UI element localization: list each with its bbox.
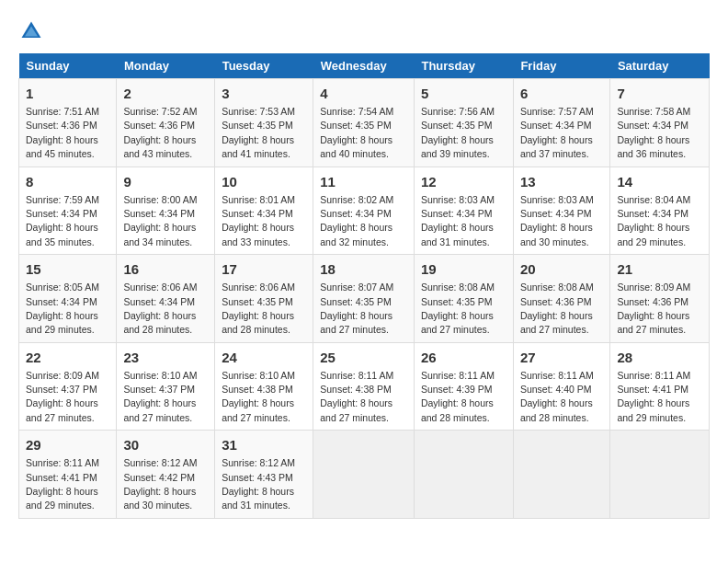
calendar-cell: 28Sunrise: 8:11 AMSunset: 4:41 PMDayligh… xyxy=(610,342,710,431)
cell-info: Sunrise: 7:56 AMSunset: 4:35 PMDaylight:… xyxy=(421,106,495,159)
cell-info: Sunrise: 8:05 AMSunset: 4:34 PMDaylight:… xyxy=(26,282,99,335)
day-number: 3 xyxy=(222,84,306,103)
day-number: 28 xyxy=(617,348,702,367)
day-number: 9 xyxy=(123,172,208,191)
calendar-cell: 29Sunrise: 8:11 AMSunset: 4:41 PMDayligh… xyxy=(19,431,117,519)
calendar-cell: 6Sunrise: 7:57 AMSunset: 4:34 PMDaylight… xyxy=(513,79,610,167)
day-number: 27 xyxy=(520,348,604,367)
week-row-3: 15Sunrise: 8:05 AMSunset: 4:34 PMDayligh… xyxy=(19,255,710,343)
day-number: 17 xyxy=(222,259,306,279)
cell-info: Sunrise: 8:11 AMSunset: 4:41 PMDaylight:… xyxy=(617,370,690,423)
cell-info: Sunrise: 7:51 AMSunset: 4:36 PMDaylight:… xyxy=(26,106,99,159)
cell-info: Sunrise: 8:08 AMSunset: 4:35 PMDaylight:… xyxy=(421,282,495,335)
day-number: 31 xyxy=(222,435,306,454)
day-number: 15 xyxy=(26,259,109,279)
cell-info: Sunrise: 8:12 AMSunset: 4:43 PMDaylight:… xyxy=(222,457,295,511)
calendar-cell: 26Sunrise: 8:11 AMSunset: 4:39 PMDayligh… xyxy=(414,342,513,431)
cell-info: Sunrise: 8:03 AMSunset: 4:34 PMDaylight:… xyxy=(421,194,495,247)
calendar-cell: 10Sunrise: 8:01 AMSunset: 4:34 PMDayligh… xyxy=(215,167,313,255)
cell-info: Sunrise: 8:11 AMSunset: 4:38 PMDaylight:… xyxy=(320,370,393,423)
day-number: 19 xyxy=(421,259,506,279)
day-number: 16 xyxy=(123,259,208,279)
cell-info: Sunrise: 8:09 AMSunset: 4:36 PMDaylight:… xyxy=(617,282,690,335)
calendar-cell: 21Sunrise: 8:09 AMSunset: 4:36 PMDayligh… xyxy=(610,255,710,343)
calendar-cell: 23Sunrise: 8:10 AMSunset: 4:37 PMDayligh… xyxy=(117,342,215,431)
day-number: 7 xyxy=(617,84,702,103)
calendar-cell: 13Sunrise: 8:03 AMSunset: 4:34 PMDayligh… xyxy=(513,167,610,255)
day-number: 10 xyxy=(222,172,306,191)
page-header xyxy=(18,18,710,44)
calendar-cell: 24Sunrise: 8:10 AMSunset: 4:38 PMDayligh… xyxy=(215,342,313,431)
calendar-cell: 18Sunrise: 8:07 AMSunset: 4:35 PMDayligh… xyxy=(313,255,415,343)
calendar-cell: 30Sunrise: 8:12 AMSunset: 4:42 PMDayligh… xyxy=(117,431,215,519)
day-number: 20 xyxy=(520,259,604,279)
day-number: 30 xyxy=(123,435,208,454)
day-number: 1 xyxy=(26,84,109,103)
col-header-sunday: Sunday xyxy=(19,53,117,79)
week-row-5: 29Sunrise: 8:11 AMSunset: 4:41 PMDayligh… xyxy=(19,431,710,519)
cell-info: Sunrise: 8:10 AMSunset: 4:38 PMDaylight:… xyxy=(222,370,295,423)
calendar-cell xyxy=(313,431,415,519)
col-header-friday: Friday xyxy=(513,53,610,79)
cell-info: Sunrise: 8:04 AMSunset: 4:34 PMDaylight:… xyxy=(617,194,690,247)
cell-info: Sunrise: 7:52 AMSunset: 4:36 PMDaylight:… xyxy=(123,106,197,159)
cell-info: Sunrise: 8:00 AMSunset: 4:34 PMDaylight:… xyxy=(123,194,197,247)
col-header-thursday: Thursday xyxy=(414,53,513,79)
logo xyxy=(18,18,48,44)
calendar-cell: 3Sunrise: 7:53 AMSunset: 4:35 PMDaylight… xyxy=(215,79,313,167)
calendar-cell: 25Sunrise: 8:11 AMSunset: 4:38 PMDayligh… xyxy=(313,342,415,431)
calendar-cell: 15Sunrise: 8:05 AMSunset: 4:34 PMDayligh… xyxy=(19,255,117,343)
day-number: 14 xyxy=(617,172,702,191)
cell-info: Sunrise: 7:57 AMSunset: 4:34 PMDaylight:… xyxy=(520,106,594,159)
week-row-4: 22Sunrise: 8:09 AMSunset: 4:37 PMDayligh… xyxy=(19,342,710,431)
day-number: 4 xyxy=(320,84,407,103)
calendar-cell: 5Sunrise: 7:56 AMSunset: 4:35 PMDaylight… xyxy=(414,79,513,167)
calendar-cell: 2Sunrise: 7:52 AMSunset: 4:36 PMDaylight… xyxy=(117,79,215,167)
calendar-cell xyxy=(513,431,610,519)
cell-info: Sunrise: 8:01 AMSunset: 4:34 PMDaylight:… xyxy=(222,194,295,247)
calendar-cell: 31Sunrise: 8:12 AMSunset: 4:43 PMDayligh… xyxy=(215,431,313,519)
day-number: 26 xyxy=(421,348,506,367)
cell-info: Sunrise: 7:53 AMSunset: 4:35 PMDaylight:… xyxy=(222,106,295,159)
calendar-cell: 17Sunrise: 8:06 AMSunset: 4:35 PMDayligh… xyxy=(215,255,313,343)
cell-info: Sunrise: 8:08 AMSunset: 4:36 PMDaylight:… xyxy=(520,282,594,335)
calendar-cell: 9Sunrise: 8:00 AMSunset: 4:34 PMDaylight… xyxy=(117,167,215,255)
calendar-cell: 4Sunrise: 7:54 AMSunset: 4:35 PMDaylight… xyxy=(313,79,415,167)
day-number: 8 xyxy=(26,172,109,191)
col-header-monday: Monday xyxy=(117,53,215,79)
day-number: 6 xyxy=(520,84,604,103)
cell-info: Sunrise: 8:12 AMSunset: 4:42 PMDaylight:… xyxy=(123,457,197,511)
calendar-cell xyxy=(414,431,513,519)
cell-info: Sunrise: 8:11 AMSunset: 4:39 PMDaylight:… xyxy=(421,370,495,423)
day-number: 13 xyxy=(520,172,604,191)
day-number: 5 xyxy=(421,84,506,103)
cell-info: Sunrise: 8:03 AMSunset: 4:34 PMDaylight:… xyxy=(520,194,594,247)
calendar-cell: 12Sunrise: 8:03 AMSunset: 4:34 PMDayligh… xyxy=(414,167,513,255)
day-number: 23 xyxy=(123,348,208,367)
calendar-cell: 8Sunrise: 7:59 AMSunset: 4:34 PMDaylight… xyxy=(19,167,117,255)
calendar-cell xyxy=(610,431,710,519)
day-number: 24 xyxy=(222,348,306,367)
day-number: 18 xyxy=(320,259,407,279)
cell-info: Sunrise: 8:09 AMSunset: 4:37 PMDaylight:… xyxy=(26,370,99,423)
calendar-cell: 19Sunrise: 8:08 AMSunset: 4:35 PMDayligh… xyxy=(414,255,513,343)
cell-info: Sunrise: 7:59 AMSunset: 4:34 PMDaylight:… xyxy=(26,194,99,247)
day-number: 22 xyxy=(26,348,109,367)
day-number: 12 xyxy=(421,172,506,191)
header-row: SundayMondayTuesdayWednesdayThursdayFrid… xyxy=(19,53,710,79)
col-header-wednesday: Wednesday xyxy=(313,53,415,79)
calendar-cell: 14Sunrise: 8:04 AMSunset: 4:34 PMDayligh… xyxy=(610,167,710,255)
calendar-cell: 16Sunrise: 8:06 AMSunset: 4:34 PMDayligh… xyxy=(117,255,215,343)
day-number: 11 xyxy=(320,172,407,191)
calendar-cell: 20Sunrise: 8:08 AMSunset: 4:36 PMDayligh… xyxy=(513,255,610,343)
calendar-cell: 1Sunrise: 7:51 AMSunset: 4:36 PMDaylight… xyxy=(19,79,117,167)
calendar-cell: 11Sunrise: 8:02 AMSunset: 4:34 PMDayligh… xyxy=(313,167,415,255)
cell-info: Sunrise: 8:06 AMSunset: 4:34 PMDaylight:… xyxy=(123,282,197,335)
cell-info: Sunrise: 8:10 AMSunset: 4:37 PMDaylight:… xyxy=(123,370,197,423)
logo-icon xyxy=(18,18,44,44)
day-number: 25 xyxy=(320,348,407,367)
week-row-1: 1Sunrise: 7:51 AMSunset: 4:36 PMDaylight… xyxy=(19,79,710,167)
day-number: 29 xyxy=(26,435,109,454)
week-row-2: 8Sunrise: 7:59 AMSunset: 4:34 PMDaylight… xyxy=(19,167,710,255)
cell-info: Sunrise: 7:58 AMSunset: 4:34 PMDaylight:… xyxy=(617,106,690,159)
